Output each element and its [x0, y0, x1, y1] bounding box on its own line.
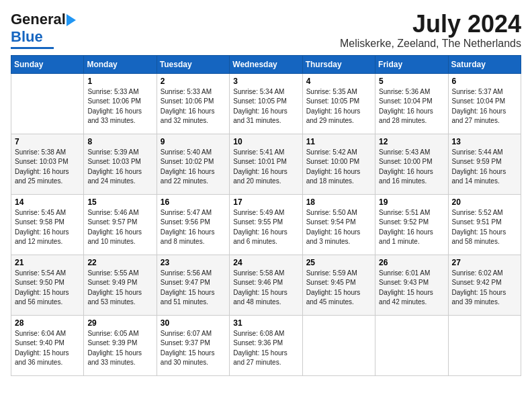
day-number: 15	[87, 197, 152, 207]
calendar-cell: 15Sunrise: 5:46 AMSunset: 9:57 PMDayligh…	[84, 194, 157, 255]
calendar-cell: 11Sunrise: 5:42 AMSunset: 10:00 PMDaylig…	[302, 134, 375, 194]
calendar-cell: 2Sunrise: 5:33 AMSunset: 10:06 PMDayligh…	[157, 73, 229, 134]
calendar-header-row: SundayMondayTuesdayWednesdayThursdayFrid…	[11, 55, 521, 73]
calendar-cell: 10Sunrise: 5:41 AMSunset: 10:01 PMDaylig…	[230, 134, 302, 194]
calendar-cell: 17Sunrise: 5:49 AMSunset: 9:55 PMDayligh…	[230, 194, 302, 255]
day-number: 11	[306, 137, 371, 146]
weekday-header-wednesday: Wednesday	[230, 55, 302, 73]
day-info: Sunrise: 5:51 AMSunset: 9:52 PMDaylight:…	[379, 208, 444, 247]
page-header: GeneralBlue July 2024 Meliskerke, Zeelan…	[11, 11, 521, 50]
day-number: 13	[452, 137, 517, 146]
day-number: 19	[379, 197, 444, 207]
weekday-header-saturday: Saturday	[448, 55, 521, 73]
day-info: Sunrise: 5:37 AMSunset: 10:04 PMDaylight…	[452, 87, 517, 126]
title-block: July 2024 Meliskerke, Zeeland, The Nethe…	[340, 11, 521, 50]
day-number: 16	[161, 197, 226, 207]
day-number: 26	[379, 258, 444, 267]
day-number: 12	[379, 137, 444, 146]
calendar-week-3: 14Sunrise: 5:45 AMSunset: 9:58 PMDayligh…	[11, 194, 521, 255]
calendar-cell: 3Sunrise: 5:34 AMSunset: 10:05 PMDayligh…	[230, 73, 302, 134]
calendar-cell: 14Sunrise: 5:45 AMSunset: 9:58 PMDayligh…	[11, 194, 84, 255]
day-info: Sunrise: 5:36 AMSunset: 10:04 PMDaylight…	[379, 87, 444, 126]
day-number: 31	[233, 318, 298, 328]
day-info: Sunrise: 5:49 AMSunset: 9:55 PMDaylight:…	[233, 208, 298, 247]
day-info: Sunrise: 5:34 AMSunset: 10:05 PMDaylight…	[233, 87, 298, 126]
day-info: Sunrise: 5:46 AMSunset: 9:57 PMDaylight:…	[87, 208, 152, 247]
day-info: Sunrise: 5:54 AMSunset: 9:50 PMDaylight:…	[15, 269, 80, 308]
logo: GeneralBlue	[11, 11, 77, 49]
day-number: 8	[87, 137, 152, 146]
day-number: 10	[233, 137, 298, 146]
day-info: Sunrise: 5:58 AMSunset: 9:46 PMDaylight:…	[233, 269, 298, 308]
day-info: Sunrise: 6:02 AMSunset: 9:42 PMDaylight:…	[452, 269, 517, 308]
weekday-header-friday: Friday	[375, 55, 448, 73]
day-number: 23	[161, 258, 226, 267]
calendar-table: SundayMondayTuesdayWednesdayThursdayFrid…	[11, 55, 521, 376]
day-info: Sunrise: 5:47 AMSunset: 9:56 PMDaylight:…	[161, 208, 226, 247]
day-number: 1	[87, 77, 152, 86]
calendar-cell	[448, 315, 521, 375]
day-number: 30	[161, 318, 226, 328]
day-number: 7	[15, 137, 80, 146]
day-info: Sunrise: 5:42 AMSunset: 10:00 PMDaylight…	[306, 148, 371, 187]
day-number: 2	[161, 77, 226, 86]
calendar-cell	[302, 315, 375, 375]
day-info: Sunrise: 5:38 AMSunset: 10:03 PMDaylight…	[15, 148, 80, 187]
day-info: Sunrise: 5:33 AMSunset: 10:06 PMDaylight…	[87, 87, 152, 126]
day-number: 22	[87, 258, 152, 267]
day-info: Sunrise: 6:05 AMSunset: 9:39 PMDaylight:…	[87, 329, 152, 368]
weekday-header-monday: Monday	[84, 55, 157, 73]
calendar-cell: 20Sunrise: 5:52 AMSunset: 9:51 PMDayligh…	[448, 194, 521, 255]
day-info: Sunrise: 6:04 AMSunset: 9:40 PMDaylight:…	[15, 329, 80, 368]
calendar-cell: 8Sunrise: 5:39 AMSunset: 10:03 PMDayligh…	[84, 134, 157, 194]
calendar-week-4: 21Sunrise: 5:54 AMSunset: 9:50 PMDayligh…	[11, 255, 521, 315]
day-info: Sunrise: 6:07 AMSunset: 9:37 PMDaylight:…	[161, 329, 226, 368]
day-number: 18	[306, 197, 371, 207]
calendar-cell: 22Sunrise: 5:55 AMSunset: 9:49 PMDayligh…	[84, 255, 157, 315]
day-number: 27	[452, 258, 517, 267]
calendar-cell: 27Sunrise: 6:02 AMSunset: 9:42 PMDayligh…	[448, 255, 521, 315]
calendar-cell: 31Sunrise: 6:08 AMSunset: 9:36 PMDayligh…	[230, 315, 302, 375]
calendar-subtitle: Meliskerke, Zeeland, The Netherlands	[340, 38, 521, 50]
calendar-cell: 7Sunrise: 5:38 AMSunset: 10:03 PMDayligh…	[11, 134, 84, 194]
day-number: 25	[306, 258, 371, 267]
calendar-cell: 30Sunrise: 6:07 AMSunset: 9:37 PMDayligh…	[157, 315, 229, 375]
calendar-cell: 5Sunrise: 5:36 AMSunset: 10:04 PMDayligh…	[375, 73, 448, 134]
day-info: Sunrise: 5:35 AMSunset: 10:05 PMDaylight…	[306, 87, 371, 126]
day-info: Sunrise: 5:50 AMSunset: 9:54 PMDaylight:…	[306, 208, 371, 247]
day-number: 17	[233, 197, 298, 207]
day-number: 5	[379, 77, 444, 86]
calendar-cell: 9Sunrise: 5:40 AMSunset: 10:02 PMDayligh…	[157, 134, 229, 194]
calendar-cell: 4Sunrise: 5:35 AMSunset: 10:05 PMDayligh…	[302, 73, 375, 134]
calendar-cell: 12Sunrise: 5:43 AMSunset: 10:00 PMDaylig…	[375, 134, 448, 194]
calendar-week-2: 7Sunrise: 5:38 AMSunset: 10:03 PMDayligh…	[11, 134, 521, 194]
day-info: Sunrise: 5:43 AMSunset: 10:00 PMDaylight…	[379, 148, 444, 187]
calendar-cell: 28Sunrise: 6:04 AMSunset: 9:40 PMDayligh…	[11, 315, 84, 375]
calendar-cell: 18Sunrise: 5:50 AMSunset: 9:54 PMDayligh…	[302, 194, 375, 255]
day-info: Sunrise: 6:08 AMSunset: 9:36 PMDaylight:…	[233, 329, 298, 368]
calendar-cell: 29Sunrise: 6:05 AMSunset: 9:39 PMDayligh…	[84, 315, 157, 375]
day-info: Sunrise: 5:45 AMSunset: 9:58 PMDaylight:…	[15, 208, 80, 247]
calendar-week-5: 28Sunrise: 6:04 AMSunset: 9:40 PMDayligh…	[11, 315, 521, 375]
day-info: Sunrise: 5:59 AMSunset: 9:45 PMDaylight:…	[306, 269, 371, 308]
calendar-cell: 23Sunrise: 5:56 AMSunset: 9:47 PMDayligh…	[157, 255, 229, 315]
day-info: Sunrise: 5:33 AMSunset: 10:06 PMDaylight…	[161, 87, 226, 126]
logo-underline	[11, 47, 54, 49]
day-info: Sunrise: 5:56 AMSunset: 9:47 PMDaylight:…	[161, 269, 226, 308]
day-info: Sunrise: 6:01 AMSunset: 9:43 PMDaylight:…	[379, 269, 444, 308]
day-number: 6	[452, 77, 517, 86]
calendar-cell: 6Sunrise: 5:37 AMSunset: 10:04 PMDayligh…	[448, 73, 521, 134]
day-info: Sunrise: 5:39 AMSunset: 10:03 PMDaylight…	[87, 148, 152, 187]
day-info: Sunrise: 5:52 AMSunset: 9:51 PMDaylight:…	[452, 208, 517, 247]
day-number: 4	[306, 77, 371, 86]
day-info: Sunrise: 5:55 AMSunset: 9:49 PMDaylight:…	[87, 269, 152, 308]
calendar-week-1: 1Sunrise: 5:33 AMSunset: 10:06 PMDayligh…	[11, 73, 521, 134]
weekday-header-thursday: Thursday	[302, 55, 375, 73]
weekday-header-sunday: Sunday	[11, 55, 84, 73]
day-number: 9	[161, 137, 226, 146]
weekday-header-tuesday: Tuesday	[157, 55, 229, 73]
calendar-cell: 1Sunrise: 5:33 AMSunset: 10:06 PMDayligh…	[84, 73, 157, 134]
calendar-cell: 25Sunrise: 5:59 AMSunset: 9:45 PMDayligh…	[302, 255, 375, 315]
day-number: 28	[15, 318, 80, 328]
calendar-cell: 24Sunrise: 5:58 AMSunset: 9:46 PMDayligh…	[230, 255, 302, 315]
